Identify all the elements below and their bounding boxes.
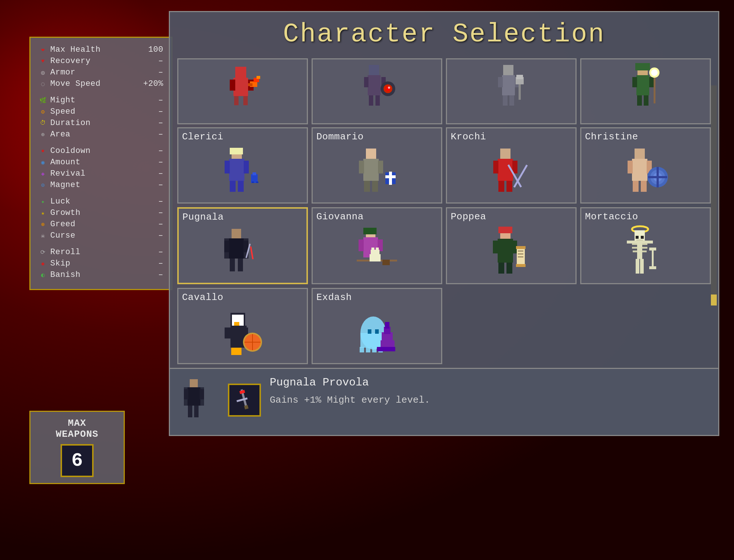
stat-move-speed: ◌ Move Speed +20% [39,79,163,88]
char-card-top3[interactable] [446,58,577,124]
svg-rect-137 [234,322,239,326]
svg-rect-84 [224,238,248,259]
svg-rect-86 [250,246,254,259]
stat-area: ⊕ Area – [39,130,163,139]
char-sprite-cavallo [178,304,307,363]
stat-banish: ◐ Banish – [39,270,163,279]
char-card-pugnala[interactable]: Pugnala [177,207,308,284]
svg-rect-106 [516,246,526,249]
svg-rect-160 [194,406,199,417]
stat-curse-label: Curse [50,231,141,240]
stat-cooldown-label: Cooldown [50,146,141,155]
svg-rect-5 [243,96,248,105]
max-weapons-value: 6 [61,444,94,477]
char-sprite-top2 [313,59,441,118]
svg-rect-24 [503,95,508,106]
svg-rect-100 [498,239,513,263]
svg-rect-34 [637,95,642,106]
svg-rect-155 [190,379,198,387]
svg-rect-120 [642,247,647,249]
svg-rect-107 [516,264,526,267]
char-card-cavallo[interactable]: Cavallo [177,288,308,364]
svg-rect-40 [230,148,243,154]
svg-rect-42 [225,161,230,173]
stat-duration-value: – [141,118,163,128]
char-sprite-top3 [447,59,575,118]
stat-speed-label: Speed [50,107,141,116]
stat-banish-value: – [141,270,163,279]
svg-rect-52 [359,161,364,173]
stat-max-health-value: 100 [141,45,163,54]
greed-icon: ⊛ [39,220,47,229]
info-text-area: Pugnala Provola Gains +1% Might every le… [270,376,709,407]
char-card-top2[interactable] [312,58,442,124]
char-card-top1[interactable] [177,58,308,124]
char-card-christine[interactable]: Christine [580,127,711,204]
stat-armor-label: Armor [50,68,141,77]
char-card-top4[interactable] [580,58,711,124]
svg-rect-108 [518,250,523,252]
svg-rect-49 [256,182,258,183]
stat-greed-value: – [141,220,163,229]
stat-skip-label: Skip [50,259,141,268]
char-svg-top1 [213,59,272,118]
svg-rect-15 [375,95,380,106]
stat-reroll-value: – [141,248,163,257]
char-card-dommario[interactable]: Dommario [312,127,442,204]
svg-rect-64 [506,181,512,192]
stat-armor-value: – [141,68,163,77]
svg-rect-8 [257,76,260,79]
char-card-giovanna[interactable]: Giovanna [312,207,442,284]
svg-rect-21 [502,75,515,95]
svg-rect-82 [230,259,235,271]
stat-luck-value: – [141,197,163,206]
char-card-poppea[interactable]: Poppea [446,207,577,284]
stat-duration-label: Duration [50,118,141,128]
char-name-exdash: Exdash [313,289,441,304]
svg-rect-53 [378,161,383,173]
svg-rect-119 [632,247,637,249]
stat-curse: ☠ Curse – [39,231,163,240]
svg-rect-30 [635,63,650,70]
magnet-icon: ⊙ [39,181,47,190]
stat-reroll: ⟳ Reroll – [39,248,163,257]
stat-amount: ◉ Amount – [39,158,163,167]
stat-luck-label: Luck [50,197,141,206]
armor-icon: ◎ [39,68,47,77]
stat-cooldown: ● Cooldown – [39,146,163,155]
char-card-exdash[interactable]: Exdash [312,288,442,364]
char-sprite-top1 [178,59,307,118]
svg-rect-154 [377,347,395,351]
stat-growth-label: Growth [50,208,141,217]
stat-magnet: ⊙ Magnet – [39,180,163,190]
char-card-krochi[interactable]: Krochi [446,127,577,204]
stat-might-value: – [141,96,163,105]
char-sprite-clerici [178,144,307,202]
stat-move-speed-value: +20% [141,79,163,88]
stat-recovery-value: – [141,56,163,66]
svg-rect-109 [518,253,523,255]
stat-banish-label: Banish [50,270,141,279]
growth-icon: ★ [39,209,47,217]
svg-rect-31 [636,75,649,95]
svg-rect-0 [235,67,246,78]
char-name-christine: Christine [581,128,710,144]
svg-rect-127 [652,249,654,269]
char-card-clerici[interactable]: Clerici [177,127,308,204]
svg-rect-122 [642,250,647,252]
scrollbar[interactable] [711,85,717,305]
svg-rect-14 [369,95,373,106]
svg-rect-104 [506,263,512,274]
char-card-mortaccio[interactable]: Mortaccio [580,207,711,284]
char-name-dommario: Dommario [313,128,441,144]
char-sprite-dommario [313,144,441,202]
svg-rect-99 [498,227,512,233]
scrollbar-thumb[interactable] [711,294,717,305]
revival-icon: ◈ [39,169,47,178]
svg-rect-59 [500,149,510,159]
stat-reroll-label: Reroll [50,248,141,257]
svg-rect-47 [252,172,256,175]
char-svg-top2 [348,59,406,118]
svg-rect-69 [628,161,633,173]
svg-rect-10 [369,65,379,75]
